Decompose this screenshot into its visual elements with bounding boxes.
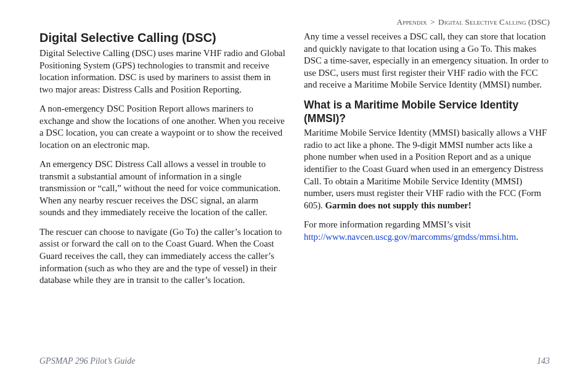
dsc-rescuer-paragraph: The rescuer can choose to navigate (Go T… [39, 226, 285, 287]
section-heading-mmsi: What is a Maritime Mobile Service Identi… [304, 99, 550, 126]
right-column: Any time a vessel receives a DSC call, t… [304, 31, 550, 293]
page-footer: GPSMAP 296 Pilot’s Guide 143 [39, 356, 550, 366]
left-column: Digital Selective Calling (DSC) Digital … [39, 31, 285, 293]
dsc-position-report-paragraph: A non-emergency DSC Position Report allo… [39, 103, 285, 151]
dsc-distress-call-paragraph: An emergency DSC Distress Call allows a … [39, 158, 285, 219]
mmsi-description-text: Maritime Mobile Service Identity (MMSI) … [304, 128, 547, 210]
breadcrumb-sep: > [430, 17, 435, 27]
footer-guide-title: GPSMAP 296 Pilot’s Guide [39, 356, 135, 366]
section-heading-dsc: Digital Selective Calling (DSC) [39, 31, 285, 45]
breadcrumb: Appendix > Digital Selective Calling (DS… [39, 17, 550, 27]
mmsi-more-info-lead: For more information regarding MMSI’s vi… [304, 219, 471, 229]
mmsi-more-info-tail: . [516, 232, 518, 242]
mmsi-link[interactable]: http://www.navcen.uscg.gov/marcomms/gmds… [304, 232, 516, 242]
content-columns: Digital Selective Calling (DSC) Digital … [39, 31, 550, 293]
dsc-usage-paragraph: Any time a vessel receives a DSC call, t… [304, 31, 550, 91]
mmsi-description-paragraph: Maritime Mobile Service Identity (MMSI) … [304, 127, 550, 211]
dsc-intro-paragraph: Digital Selective Calling (DSC) uses mar… [39, 47, 285, 96]
breadcrumb-page: Digital Selective Calling (DSC) [438, 17, 550, 27]
mmsi-more-info-paragraph: For more information regarding MMSI’s vi… [304, 219, 550, 243]
footer-page-number: 143 [537, 356, 550, 366]
mmsi-garmin-note: Garmin does not supply this number! [325, 200, 472, 210]
breadcrumb-section: Appendix [397, 17, 427, 27]
